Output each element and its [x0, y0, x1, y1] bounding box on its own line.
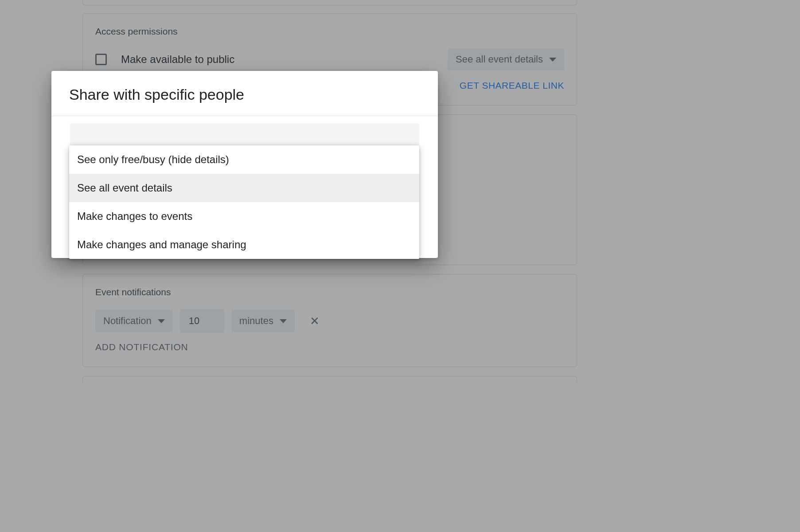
- share-dialog-title: Share with specific people: [69, 86, 420, 103]
- permission-option-make-changes[interactable]: Make changes to events: [69, 202, 419, 231]
- page-root: Access permissions Make available to pub…: [0, 0, 800, 532]
- share-dialog-header: Share with specific people: [51, 71, 438, 116]
- permission-option-see-all[interactable]: See all event details: [69, 174, 419, 202]
- permission-dropdown-menu: See only free/busy (hide details) See al…: [69, 145, 419, 259]
- add-people-input[interactable]: [70, 123, 419, 148]
- permission-option-free-busy[interactable]: See only free/busy (hide details): [69, 145, 419, 174]
- permission-option-manage-sharing[interactable]: Make changes and manage sharing: [69, 231, 419, 259]
